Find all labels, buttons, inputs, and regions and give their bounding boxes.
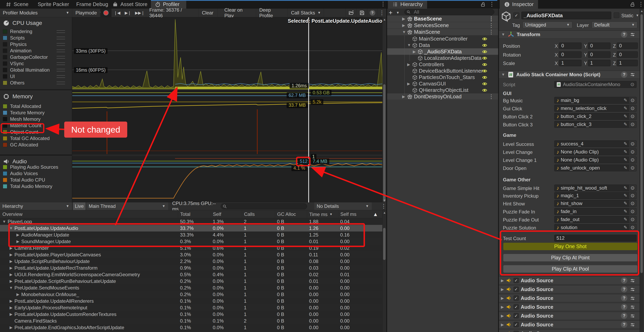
create-object-button[interactable]: + ▼ bbox=[389, 9, 400, 16]
visibility-eye-icon[interactable] bbox=[482, 68, 488, 74]
presets-icon[interactable] bbox=[630, 304, 635, 310]
table-row[interactable]: ▶Camera.Render5.1%0.6%10 B0.190.02 bbox=[0, 245, 382, 251]
audioclip-field-puzzle-solution[interactable]: ♪solution✎⊙ bbox=[554, 224, 636, 231]
cpu-usage-chart[interactable] bbox=[72, 17, 382, 89]
memory-legend-gc-allocated[interactable]: GC Allocated bbox=[3, 142, 70, 148]
audioclip-field-button-click-2[interactable]: ♪button_click_2✎⊙ bbox=[554, 113, 636, 120]
hierarchy-row-qhierarchyobjectlist[interactable]: QHierarchyObjectList bbox=[387, 87, 498, 93]
hierarchy-row-canvasgui[interactable]: ▶ CanvasGUI bbox=[387, 80, 498, 87]
tab-scene[interactable]: Scene bbox=[2, 0, 32, 9]
table-row[interactable]: ▼PlayerLoop50.3%1.3%20 B1.880.04 bbox=[0, 218, 382, 225]
previous-frame-button[interactable]: ❘◀ bbox=[112, 9, 122, 17]
edit-pencil-icon[interactable]: ✎ bbox=[624, 106, 627, 111]
audio-legend-total-cpu[interactable]: Total Audio CPU bbox=[3, 177, 70, 183]
audio-source-component-header[interactable]: ▶✓Audio Source?⋮ bbox=[499, 303, 643, 311]
presets-icon[interactable] bbox=[630, 322, 635, 328]
scroll-up-icon[interactable]: ▲ bbox=[382, 211, 386, 214]
audioclip-field-puzzle-fade-out[interactable]: ♪fade_out✎⊙ bbox=[554, 216, 636, 223]
presets-icon[interactable] bbox=[630, 313, 635, 319]
cpu-module-header[interactable]: CPU Usage bbox=[3, 20, 42, 26]
row-kebab-icon[interactable]: ⋮ bbox=[488, 23, 494, 28]
help-icon[interactable]: ? bbox=[621, 71, 627, 78]
cpu-legend-ui[interactable]: UI bbox=[3, 73, 70, 79]
scale-x-field[interactable]: 1 bbox=[559, 60, 582, 66]
test-count-field[interactable] bbox=[554, 235, 636, 242]
table-row[interactable]: ▶Monobehaviour.OnMouse_0.2%0.0%10 B0.000… bbox=[0, 291, 382, 298]
object-picker-icon[interactable]: ⊙ bbox=[628, 149, 636, 155]
gameobject-name-field[interactable] bbox=[522, 12, 611, 19]
memory-legend-total-allocated[interactable]: Total Allocated bbox=[3, 103, 70, 109]
inspector-scrollbar-thumb[interactable] bbox=[640, 14, 643, 273]
edit-pencil-icon[interactable]: ✎ bbox=[624, 141, 627, 146]
help-icon[interactable]: ? bbox=[621, 286, 627, 293]
table-scrollbar[interactable]: ▲ bbox=[382, 210, 386, 332]
tag-dropdown[interactable]: Untagged▼ bbox=[522, 21, 572, 28]
presets-icon[interactable] bbox=[630, 296, 635, 301]
tab-hierarchy[interactable]: Hierarchy bbox=[388, 0, 427, 9]
hierarchy-row-localizationadaptersdata[interactable]: LocalizationAdaptersData bbox=[387, 55, 498, 61]
audioclip-field-door-open[interactable]: ♪safe_unlock_open✎⊙ bbox=[554, 164, 636, 171]
play-one-shot-button[interactable]: Play One Shot bbox=[503, 243, 638, 250]
memory-legend-texture[interactable]: Texture Memory bbox=[3, 110, 70, 116]
audio-source-component-header[interactable]: ▶✓Audio Source?⋮ bbox=[499, 294, 643, 302]
presets-icon[interactable] bbox=[630, 72, 635, 77]
help-icon[interactable]: ? bbox=[621, 295, 627, 301]
rotation-x-field[interactable]: 0 bbox=[559, 51, 582, 58]
column-time-ms[interactable]: Time ms▼ bbox=[307, 210, 338, 218]
next-frame-button[interactable]: ▶❘ bbox=[123, 9, 133, 17]
details-kebab-icon[interactable]: ⋮ bbox=[381, 203, 386, 209]
transform-component-header[interactable]: ▼ Transform ? ⋮ bbox=[499, 30, 644, 38]
object-picker-icon[interactable]: ⊙ bbox=[628, 121, 636, 128]
active-checkbox[interactable]: ✓ bbox=[513, 12, 519, 18]
clear-button[interactable]: Clear bbox=[199, 9, 218, 17]
scroll-up-icon[interactable]: ▲ bbox=[640, 9, 644, 13]
hierarchy-row-audiosfxdata-selected[interactable]: ▶ _AudioSFXData bbox=[387, 48, 498, 55]
chart-scrollbar[interactable]: ▲ ▼ bbox=[382, 17, 386, 202]
deep-profile-button[interactable]: Deep Profile bbox=[256, 9, 288, 17]
panel-divider[interactable] bbox=[386, 0, 387, 332]
object-picker-icon[interactable]: ⊙ bbox=[628, 208, 636, 215]
edit-pencil-icon[interactable]: ✎ bbox=[624, 185, 627, 191]
edit-pencil-icon[interactable]: ✎ bbox=[624, 193, 627, 198]
column-self-ms[interactable]: Self ms bbox=[338, 210, 371, 218]
save-profile-button[interactable] bbox=[357, 9, 367, 17]
help-icon[interactable]: ? bbox=[621, 31, 627, 38]
tab-frame-debug[interactable]: Frame Debug bbox=[72, 0, 112, 9]
drag-handle-icon[interactable] bbox=[56, 82, 65, 84]
edit-pencil-icon[interactable]: ✎ bbox=[624, 157, 627, 162]
play-clip-at-point-button[interactable]: Play Clip At Point bbox=[503, 254, 638, 261]
drag-handle-icon[interactable] bbox=[56, 43, 65, 46]
help-icon[interactable]: ? bbox=[621, 313, 627, 319]
audio-legend-playing-sources[interactable]: Playing Audio Sources bbox=[3, 164, 70, 170]
edit-pencil-icon[interactable]: ✎ bbox=[624, 201, 627, 206]
drag-handle-icon[interactable] bbox=[56, 75, 65, 78]
table-row[interactable]: ▶PostLateUpdate.UpdateRectTransform0.9%0… bbox=[0, 265, 382, 271]
table-row[interactable]: ▶PreLateUpdate.ScriptRunBehaviourLateUpd… bbox=[0, 278, 382, 285]
column-overview[interactable]: Overview bbox=[2, 210, 22, 218]
visibility-eye-icon[interactable] bbox=[482, 55, 488, 61]
presets-icon[interactable] bbox=[630, 278, 635, 284]
chart-playhead[interactable] bbox=[308, 17, 309, 202]
visibility-eye-icon[interactable] bbox=[482, 36, 488, 41]
cpu-legend-animation[interactable]: Animation bbox=[3, 48, 70, 54]
object-picker-icon[interactable]: ⊙ bbox=[628, 192, 636, 199]
scale-z-field[interactable]: 1 bbox=[617, 60, 638, 66]
help-button[interactable]: ? bbox=[367, 9, 378, 17]
table-row[interactable]: ▶PostLateUpdate.UpdateAllRenderers0.1%0.… bbox=[0, 298, 382, 304]
audio-source-component-header[interactable]: ▶✓Audio Source bbox=[499, 330, 643, 332]
audioclip-field-game-simple-hit[interactable]: ♪simple_hit_wood_soft✎⊙ bbox=[554, 185, 636, 191]
toolbar-kebab[interactable]: ⋮ bbox=[378, 9, 386, 17]
call-stacks-dropdown[interactable]: Call Stacks▼ bbox=[288, 9, 324, 17]
details-mode-dropdown[interactable]: No Details▼ bbox=[314, 202, 372, 210]
profiler-window-kebab-icon[interactable]: ⋮ bbox=[380, 1, 386, 7]
drag-handle-icon[interactable] bbox=[56, 69, 65, 71]
profiler-modules-dropdown[interactable]: Profiler Modules ▼ bbox=[0, 9, 72, 17]
gameobject-dropdown-icon[interactable]: ▼ bbox=[506, 19, 509, 23]
table-row-selected[interactable]: ▼PostLateUpdate.UpdateAudio33.7%0.0%10 B… bbox=[0, 225, 382, 232]
hierarchy-row-basescene[interactable]: ▶ BaseScene ⋮ bbox=[387, 16, 498, 22]
audioclip-field-level-change[interactable]: ♪None (Audio Clip)✎⊙ bbox=[554, 148, 636, 155]
audio-legend-total-memory[interactable]: Total Audio Memory bbox=[3, 183, 70, 189]
hierarchy-row-controllers[interactable]: ▶ Controllers bbox=[387, 61, 498, 68]
edit-pencil-icon[interactable]: ✎ bbox=[624, 114, 627, 119]
cpu-legend-global-illumination[interactable]: Global Illumination bbox=[3, 67, 70, 73]
